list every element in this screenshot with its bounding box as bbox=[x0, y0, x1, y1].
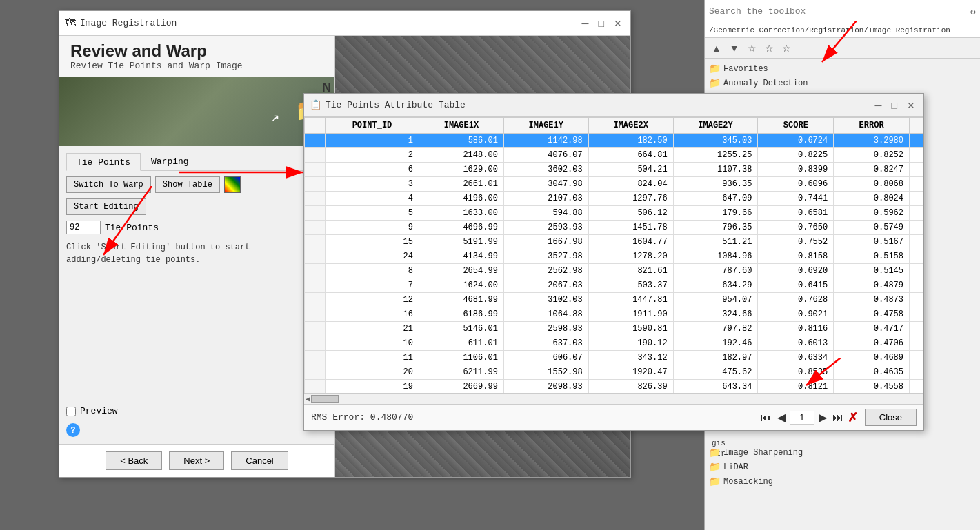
satellite-image-area: N 📁 ↗ bbox=[59, 77, 334, 146]
tree-label-mosaicking: Mosaicking bbox=[723, 477, 773, 487]
col-header-image2y[interactable]: IMAGE2Y bbox=[673, 118, 758, 134]
table-row[interactable]: 22148.004076.07664.811255.250.82250.8252 bbox=[305, 148, 923, 163]
table-scroll-area[interactable]: POINT_ID IMAGE1X IMAGE1Y IMAGE2X IMAGE2Y… bbox=[304, 117, 923, 393]
minimize-button[interactable]: ─ bbox=[579, 19, 592, 28]
attr-title-left: 📋 Tie Points Attribute Table bbox=[310, 99, 466, 111]
cancel-button[interactable]: Cancel bbox=[231, 451, 288, 470]
toolbox-star2-btn[interactable]: ☆ bbox=[762, 41, 777, 55]
tie-points-count-input[interactable] bbox=[66, 221, 101, 234]
col-header-score[interactable]: SCORE bbox=[758, 118, 834, 134]
table-row[interactable]: 206211.991552.981920.47475.620.85350.463… bbox=[305, 365, 923, 380]
toolbox-star3-btn[interactable]: ☆ bbox=[779, 41, 794, 55]
scroll-h-thumb[interactable] bbox=[311, 395, 339, 403]
close-window-button[interactable]: ✕ bbox=[611, 19, 625, 28]
table-row[interactable]: 44196.002107.031297.76647.090.74410.8024 bbox=[305, 192, 923, 206]
attr-close-button[interactable]: ✕ bbox=[904, 101, 918, 110]
col-header-error[interactable]: ERROR bbox=[834, 118, 910, 134]
folder-icon-mosaicking: 📁 bbox=[709, 476, 721, 487]
window-titlebar: 🗺 Image Registration ─ □ ✕ bbox=[59, 11, 630, 36]
attr-minimize-button[interactable]: ─ bbox=[872, 101, 885, 110]
table-row[interactable]: 244134.993527.981278.201084.960.81580.51… bbox=[305, 249, 923, 264]
table-row[interactable]: 111106.01606.07343.12182.970.63340.4689 bbox=[305, 351, 923, 365]
folder-icon-anomaly: 📁 bbox=[709, 77, 721, 89]
scroll-left-arrow[interactable]: ◀ bbox=[306, 395, 310, 403]
toolbox-up-btn[interactable]: ▲ bbox=[709, 41, 724, 55]
footer-right: ⏮ ◀ ▶ ⏭ ✗ Close bbox=[759, 409, 917, 426]
table-row[interactable]: 82654.992562.98821.61787.600.69200.5145 bbox=[305, 264, 923, 278]
table-row[interactable]: 10611.01637.03190.12192.460.60130.4706 bbox=[305, 336, 923, 351]
tree-item-image-sharpening[interactable]: 📁 Image Sharpening bbox=[705, 445, 980, 460]
tree-label-sharpening: Image Sharpening bbox=[723, 448, 803, 458]
tree-item-label-anomaly: Anomaly Detection bbox=[723, 79, 808, 88]
preview-checkbox[interactable] bbox=[66, 407, 76, 416]
search-input[interactable] bbox=[709, 6, 968, 17]
attr-titlebar: 📋 Tie Points Attribute Table ─ □ ✕ bbox=[304, 94, 923, 117]
col-header-point-id[interactable]: POINT_ID bbox=[326, 118, 419, 134]
next-page-button[interactable]: ▶ bbox=[817, 409, 828, 425]
table-row[interactable]: 71624.002067.03503.37634.290.64150.4879 bbox=[305, 278, 923, 293]
preview-area: Preview ? bbox=[59, 394, 334, 444]
tab-bar: Tie Points Warping bbox=[66, 153, 328, 171]
panel-hint: Click 'Start Editing' button to startadd… bbox=[66, 241, 328, 266]
first-page-button[interactable]: ⏮ bbox=[759, 410, 773, 425]
preview-row: Preview bbox=[66, 400, 328, 416]
map-header: Review and Warp Review Tie Points and Wa… bbox=[59, 36, 334, 77]
rms-error-label: RMS Error: bbox=[311, 412, 365, 422]
tie-points-count-label: Tie Points bbox=[105, 223, 159, 233]
map-title: Review and Warp bbox=[70, 41, 323, 61]
window-title: Image Registration bbox=[80, 18, 177, 28]
rms-error-display: RMS Error: 0.480770 bbox=[311, 412, 413, 422]
col-header-rownum bbox=[305, 118, 326, 134]
maximize-button[interactable]: □ bbox=[596, 19, 607, 28]
tree-item-favorites[interactable]: 📁 Favorites bbox=[705, 61, 980, 76]
prev-page-button[interactable]: ◀ bbox=[776, 409, 787, 425]
table-row[interactable]: 166186.991064.881911.90324.660.90210.475… bbox=[305, 307, 923, 322]
tree-item-anomaly[interactable]: 📁 Anomaly Detection bbox=[705, 76, 980, 90]
close-table-button[interactable]: Close bbox=[865, 409, 917, 426]
folder-icon-lidar: 📁 bbox=[709, 461, 721, 473]
page-number-input[interactable] bbox=[790, 411, 814, 425]
horizontal-scrollbar[interactable]: ◀ bbox=[304, 393, 923, 404]
window-title-left: 🗺 Image Registration bbox=[65, 17, 177, 30]
next-button[interactable]: Next > bbox=[169, 451, 224, 470]
rms-error-value: 0.480770 bbox=[370, 412, 413, 422]
tie-points-count-row: Tie Points bbox=[66, 221, 328, 234]
col-header-image2x[interactable]: IMAGE2X bbox=[588, 118, 673, 134]
table-row[interactable]: 155191.991667.981604.77511.210.75520.516… bbox=[305, 235, 923, 249]
spacer bbox=[59, 280, 334, 394]
table-row[interactable]: 51633.00594.88506.12179.660.65810.5962 bbox=[305, 206, 923, 221]
start-editing-button[interactable]: Start Editing bbox=[66, 198, 146, 215]
refresh-icon[interactable]: ↻ bbox=[970, 6, 976, 17]
col-header-image1x[interactable]: IMAGE1X bbox=[419, 118, 503, 134]
attr-window-controls: ─ □ ✕ bbox=[872, 101, 918, 110]
attr-table-title: Tie Points Attribute Table bbox=[326, 100, 466, 110]
attr-footer: RMS Error: 0.480770 ⏮ ◀ ▶ ⏭ ✗ Close bbox=[304, 404, 923, 430]
map-subtitle: Review Tie Points and Warp Image bbox=[70, 61, 323, 71]
preview-label: Preview bbox=[80, 406, 118, 416]
toolbox-star1-btn[interactable]: ☆ bbox=[745, 41, 759, 55]
table-row[interactable]: 124681.993102.031447.81954.070.76280.487… bbox=[305, 293, 923, 307]
table-row[interactable]: 61629.003602.03504.211107.380.83990.8247 bbox=[305, 163, 923, 177]
tab-tie-points[interactable]: Tie Points bbox=[66, 153, 141, 171]
tab-warping[interactable]: Warping bbox=[141, 153, 199, 170]
table-row[interactable]: 215146.012598.931590.81797.820.81160.471… bbox=[305, 322, 923, 336]
switch-to-warp-button[interactable]: Switch To Warp bbox=[66, 176, 151, 193]
delete-row-button[interactable]: ✗ bbox=[848, 410, 858, 425]
toolbox-tree: 📁 Favorites 📁 Anomaly Detection bbox=[705, 59, 980, 93]
attribute-table: POINT_ID IMAGE1X IMAGE1Y IMAGE2X IMAGE2Y… bbox=[304, 117, 923, 393]
last-page-button[interactable]: ⏭ bbox=[831, 410, 845, 425]
toolbox-search-bar: ↻ bbox=[705, 0, 980, 23]
attr-maximize-button[interactable]: □ bbox=[889, 101, 900, 110]
table-row[interactable]: 32661.013047.98824.04936.350.60960.8068 bbox=[305, 177, 923, 192]
back-button[interactable]: < Back bbox=[106, 451, 162, 470]
help-icon[interactable]: ? bbox=[66, 423, 80, 437]
tree-item-lidar[interactable]: 📁 LiDAR bbox=[705, 460, 980, 474]
toolbox-down-btn[interactable]: ▼ bbox=[727, 41, 742, 55]
cursor-pointer: ↗ bbox=[271, 108, 279, 125]
table-row[interactable]: 94696.992593.931451.78796.350.76500.5749 bbox=[305, 221, 923, 235]
show-table-button[interactable]: Show Table bbox=[155, 176, 220, 193]
table-row[interactable]: 1586.011142.98182.50345.030.67243.2980 bbox=[305, 134, 923, 148]
col-header-image1y[interactable]: IMAGE1Y bbox=[503, 118, 588, 134]
tree-item-mosaicking[interactable]: 📁 Mosaicking bbox=[705, 474, 980, 489]
table-row[interactable]: 192669.992098.93826.39643.340.81210.4558 bbox=[305, 380, 923, 394]
